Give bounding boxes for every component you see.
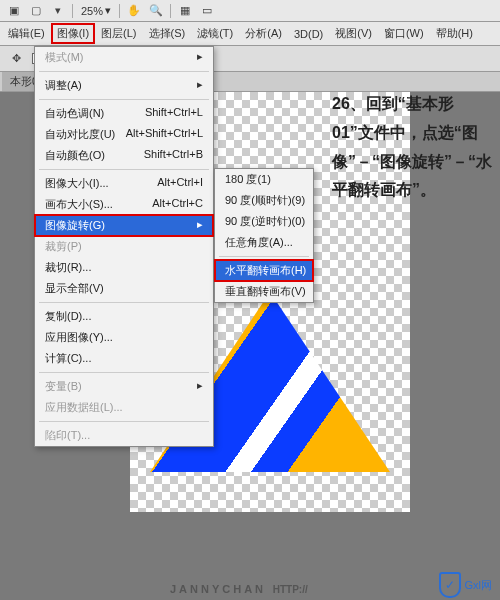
zoom-indicator[interactable]: 25% ▾ bbox=[77, 4, 115, 17]
dropdown-icon[interactable]: ▾ bbox=[48, 2, 68, 20]
menu-trim[interactable]: 裁切(R)... bbox=[35, 257, 213, 278]
rotate-90-ccw[interactable]: 90 度(逆时针)(0) bbox=[215, 211, 313, 232]
separator bbox=[39, 99, 209, 100]
menu-duplicate[interactable]: 复制(D)... bbox=[35, 306, 213, 327]
separator bbox=[39, 169, 209, 170]
menu-layer[interactable]: 图层(L) bbox=[95, 23, 142, 44]
doc-icon[interactable]: ▢ bbox=[26, 2, 46, 20]
move-tool-icon[interactable]: ✥ bbox=[6, 50, 26, 68]
menu-auto-color[interactable]: 自动颜色(O)Shift+Ctrl+B bbox=[35, 145, 213, 166]
menu-trap[interactable]: 陷印(T)... bbox=[35, 425, 213, 446]
menu-image[interactable]: 图像(I) bbox=[51, 23, 95, 44]
menu-window[interactable]: 窗口(W) bbox=[378, 23, 430, 44]
divider bbox=[119, 4, 120, 18]
menu-apply-image[interactable]: 应用图像(Y)... bbox=[35, 327, 213, 348]
menu-auto-contrast[interactable]: 自动对比度(U)Alt+Shift+Ctrl+L bbox=[35, 124, 213, 145]
hand-icon[interactable]: ✋ bbox=[124, 2, 144, 20]
site-logo: ✓ Gxl网 bbox=[439, 572, 493, 598]
menubar: 编辑(E) 图像(I) 图层(L) 选择(S) 滤镜(T) 分析(A) 3D(D… bbox=[0, 22, 500, 46]
flip-vertical[interactable]: 垂直翻转画布(V) bbox=[215, 281, 313, 302]
collapse-icon[interactable]: ▣ bbox=[4, 2, 24, 20]
separator bbox=[39, 71, 209, 72]
menu-reveal-all[interactable]: 显示全部(V) bbox=[35, 278, 213, 299]
menu-auto-tone[interactable]: 自动色调(N)Shift+Ctrl+L bbox=[35, 103, 213, 124]
shield-icon: ✓ bbox=[439, 572, 461, 598]
menu-variables[interactable]: 变量(B)▸ bbox=[35, 376, 213, 397]
menu-mode[interactable]: 模式(M)▸ bbox=[35, 47, 213, 68]
menu-filter[interactable]: 滤镜(T) bbox=[191, 23, 239, 44]
separator bbox=[39, 372, 209, 373]
menu-select[interactable]: 选择(S) bbox=[143, 23, 192, 44]
menu-3d[interactable]: 3D(D) bbox=[288, 25, 329, 43]
rotation-submenu: 180 度(1) 90 度(顺时针)(9) 90 度(逆时针)(0) 任意角度(… bbox=[214, 168, 314, 303]
arrange-icon[interactable]: ▦ bbox=[175, 2, 195, 20]
menu-canvas-size[interactable]: 画布大小(S)...Alt+Ctrl+C bbox=[35, 194, 213, 215]
menu-analysis[interactable]: 分析(A) bbox=[239, 23, 288, 44]
menu-image-rotation[interactable]: 图像旋转(G)▸ bbox=[35, 215, 213, 236]
menu-adjustments[interactable]: 调整(A)▸ bbox=[35, 75, 213, 96]
logo-text: Gxl网 bbox=[465, 578, 493, 593]
divider bbox=[72, 4, 73, 18]
menu-crop[interactable]: 裁剪(P) bbox=[35, 236, 213, 257]
separator bbox=[39, 421, 209, 422]
menu-image-size[interactable]: 图像大小(I)...Alt+Ctrl+I bbox=[35, 173, 213, 194]
watermark: JANNYCHAN HTTP:// bbox=[170, 581, 308, 596]
flip-horizontal[interactable]: 水平翻转画布(H) bbox=[215, 260, 313, 281]
icon-toolbar: ▣ ▢ ▾ 25% ▾ ✋ 🔍 ▦ ▭ bbox=[0, 0, 500, 22]
menu-apply-dataset[interactable]: 应用数据组(L)... bbox=[35, 397, 213, 418]
annotation-text: 26、回到“基本形01”文件中，点选“图像”－“图像旋转”－“水平翻转画布”。 bbox=[332, 90, 492, 205]
separator bbox=[39, 302, 209, 303]
rotate-90-cw[interactable]: 90 度(顺时针)(9) bbox=[215, 190, 313, 211]
menu-edit[interactable]: 编辑(E) bbox=[2, 23, 51, 44]
menu-view[interactable]: 视图(V) bbox=[329, 23, 378, 44]
separator bbox=[219, 256, 309, 257]
zoom-icon[interactable]: 🔍 bbox=[146, 2, 166, 20]
menu-calculations[interactable]: 计算(C)... bbox=[35, 348, 213, 369]
image-menu-dropdown: 模式(M)▸ 调整(A)▸ 自动色调(N)Shift+Ctrl+L 自动对比度(… bbox=[34, 46, 214, 447]
screen-icon[interactable]: ▭ bbox=[197, 2, 217, 20]
divider bbox=[170, 4, 171, 18]
menu-help[interactable]: 帮助(H) bbox=[430, 23, 479, 44]
rotate-180[interactable]: 180 度(1) bbox=[215, 169, 313, 190]
rotate-arbitrary[interactable]: 任意角度(A)... bbox=[215, 232, 313, 253]
